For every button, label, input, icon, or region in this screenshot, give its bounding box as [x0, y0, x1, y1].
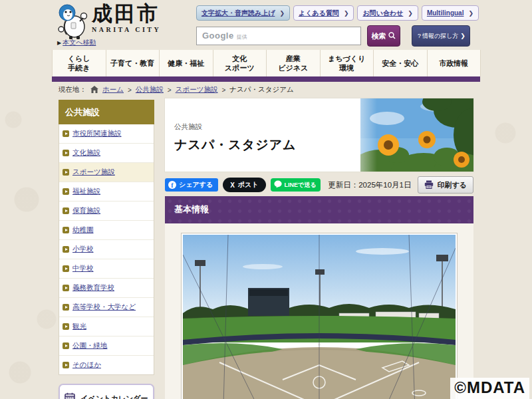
sidebar-item-junior-high[interactable]: 中学校 — [59, 259, 154, 279]
nav-tab-shisei[interactable]: 市政情報 — [428, 50, 481, 76]
google-provider-label: Google — [202, 31, 234, 41]
mdata-watermark: ©MDATA — [450, 378, 529, 399]
x-post-button[interactable]: X ポスト — [223, 178, 265, 192]
search-input[interactable]: Google 提供 — [196, 27, 361, 45]
header-utilities: 文字拡大・音声読み上げ ❯ よくある質問 ❯ お問い合わせ ❯ Multilin… — [196, 5, 479, 47]
nav-tab-kosodate[interactable]: 子育て・教育 — [106, 50, 160, 76]
arrow-bullet-icon — [63, 304, 69, 311]
sidebar-item-kindergarten[interactable]: 幼稚園 — [59, 221, 154, 240]
arrow-bullet-icon — [63, 150, 69, 156]
share-row: f シェアする X ポスト LINEで送る 更新日：2025年10月1日 印刷す… — [165, 177, 473, 193]
faq-button[interactable]: よくある質問 ❯ — [293, 5, 354, 21]
sidebar-item-highschool[interactable]: 高等学校・大学など — [59, 298, 154, 317]
line-icon — [274, 180, 282, 190]
chevron-right-icon: ❯ — [460, 33, 466, 39]
breadcrumb-home-link[interactable]: ホーム — [102, 85, 124, 94]
sunflower-banner-image — [360, 98, 473, 172]
site-header: 成田市 NARITA CITY ▶ 本文へ移動 文字拡大・音声読み上げ ❯ よく… — [52, 0, 480, 49]
nav-tab-kenko[interactable]: 健康・福祉 — [160, 50, 213, 76]
nav-tab-machizukuri[interactable]: まちづくり環境 — [321, 50, 374, 76]
printer-icon — [424, 180, 434, 190]
line-share-button[interactable]: LINEで送る — [271, 178, 321, 192]
nav-tab-anzen[interactable]: 安全・安心 — [374, 50, 428, 76]
chevron-right-icon: ❯ — [468, 10, 473, 17]
facebook-icon: f — [168, 181, 176, 189]
sidebar-item-others[interactable]: そのほか — [59, 356, 154, 374]
page-category: 公共施設 — [174, 122, 297, 132]
sidebar-title: 公共施設 — [59, 100, 154, 124]
sidebar-item-childcare[interactable]: 保育施設 — [59, 201, 154, 221]
arrow-bullet-icon — [63, 246, 69, 253]
nav-accent-bar — [52, 76, 480, 82]
arrow-bullet-icon — [63, 265, 69, 272]
breadcrumb: 現在地： ホーム > 公共施設 > スポーツ施設 > ナスパ・スタジアム — [59, 85, 294, 94]
nav-tab-sangyo[interactable]: 産業ビジネス — [267, 50, 321, 76]
page-title-card: 公共施設 ナスパ・スタジアム — [165, 98, 473, 172]
sidebar-item-sports[interactable]: スポーツ施設 — [59, 163, 154, 182]
sidebar-menu: 市役所関連施設 文化施設 スポーツ施設 福祉施設 保育施設 幼稚園 小学校 中学… — [59, 124, 154, 375]
sidebar-item-elementary[interactable]: 小学校 — [59, 240, 154, 259]
stadium-photo — [181, 233, 458, 399]
chevron-right-icon: ❯ — [279, 10, 285, 17]
global-nav: くらし手続き 子育て・教育 健康・福祉 文化スポーツ 産業ビジネス まちづくり環… — [52, 50, 481, 76]
nav-tab-kurashi[interactable]: くらし手続き — [53, 50, 106, 76]
arrow-bullet-icon — [63, 285, 69, 291]
banner-fade — [337, 98, 377, 172]
page-title: ナスパ・スタジアム — [174, 136, 297, 154]
skip-to-content-link[interactable]: ▶ 本文へ移動 — [57, 38, 96, 47]
search-row: Google 提供 検索 ？情報の探し方 ❯ — [196, 25, 479, 47]
breadcrumb-current: ナスパ・スタジアム — [229, 85, 293, 94]
basic-info-panel — [165, 223, 473, 399]
chevron-right-icon: ❯ — [408, 10, 413, 17]
city-name-en: NARITA CITY — [92, 26, 161, 33]
arrow-bullet-icon — [63, 342, 69, 349]
nav-tab-bunka-sports[interactable]: 文化スポーツ — [213, 50, 267, 76]
sidebar-item-compulsory[interactable]: 義務教育学校 — [59, 279, 154, 298]
arrow-bullet-icon — [63, 362, 69, 368]
breadcrumb-link-public-facilities[interactable]: 公共施設 — [136, 85, 164, 94]
x-icon: X — [230, 182, 235, 189]
sidebar-item-city-hall[interactable]: 市役所関連施設 — [59, 124, 154, 144]
section-header-basic-info: 基本情報 — [165, 196, 473, 223]
home-icon — [90, 86, 98, 94]
facebook-share-button[interactable]: f シェアする — [165, 178, 218, 192]
multilingual-button[interactable]: Multilingual ❯ — [422, 5, 479, 21]
calendar-icon — [65, 392, 75, 399]
updated-date: 更新日：2025年10月1日 — [328, 180, 411, 190]
contact-button[interactable]: お問い合わせ ❯ — [357, 5, 418, 21]
search-button[interactable]: 検索 — [367, 25, 400, 47]
sidebar-item-welfare[interactable]: 福祉施設 — [59, 182, 154, 201]
how-to-find-info-button[interactable]: ？情報の探し方 ❯ — [412, 25, 470, 47]
arrow-bullet-icon — [63, 130, 69, 137]
arrow-bullet-icon — [63, 188, 69, 195]
logo-text: 成田市 NARITA CITY — [92, 3, 161, 33]
print-button[interactable]: 印刷する — [418, 176, 473, 194]
arrow-bullet-icon — [63, 227, 69, 233]
sidebar-item-parks[interactable]: 公園・緑地 — [59, 336, 154, 356]
unari-kun-mascot-icon — [56, 3, 90, 43]
event-calendar-button[interactable]: イベントカレンダー — [59, 384, 154, 399]
chevron-right-icon: ❯ — [344, 10, 349, 17]
sidebar-item-culture[interactable]: 文化施設 — [59, 144, 154, 163]
site-logo[interactable]: 成田市 NARITA CITY — [56, 3, 161, 43]
arrow-bullet-icon — [63, 323, 69, 330]
arrow-bullet-icon — [63, 169, 69, 176]
quick-links-row: 文字拡大・音声読み上げ ❯ よくある質問 ❯ お問い合わせ ❯ Multilin… — [196, 5, 479, 21]
arrow-bullet-icon — [63, 207, 69, 214]
narita-city-page: 成田市 NARITA CITY ▶ 本文へ移動 文字拡大・音声読み上げ ❯ よく… — [0, 0, 532, 399]
city-name: 成田市 — [92, 3, 161, 25]
sidebar-item-tourism[interactable]: 観光 — [59, 317, 154, 336]
magnifier-icon — [388, 32, 396, 41]
breadcrumb-link-sports-facilities[interactable]: スポーツ施設 — [176, 85, 218, 94]
triangle-icon: ▶ — [57, 40, 61, 46]
sidebar: 公共施設 市役所関連施設 文化施設 スポーツ施設 福祉施設 保育施設 幼稚園 小… — [59, 100, 154, 399]
main-content: 公共施設 ナスパ・スタジアム — [165, 98, 473, 399]
text-size-voice-button[interactable]: 文字拡大・音声読み上げ ❯ — [196, 5, 290, 21]
